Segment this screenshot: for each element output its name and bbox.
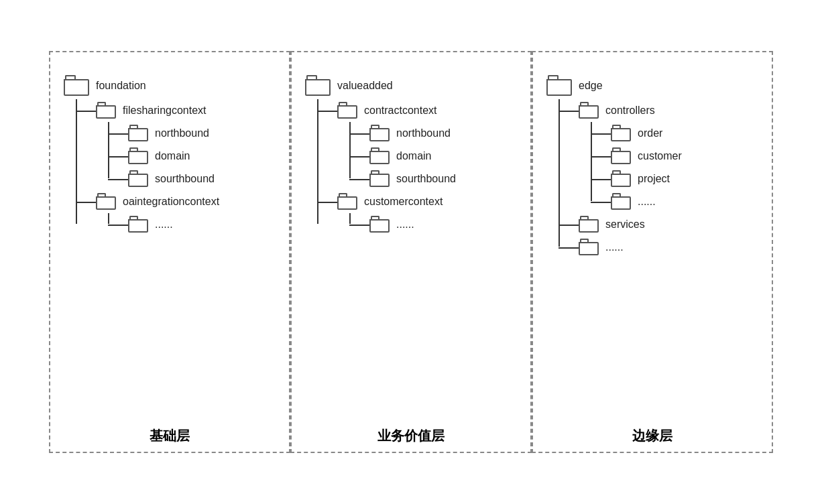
list-item: controllersordercustomerproject...... <box>579 99 682 213</box>
folder-icon <box>611 193 632 210</box>
tree-node: ...... <box>611 190 682 213</box>
list-item: customercontext...... <box>337 190 456 236</box>
folder-icon <box>305 75 332 97</box>
list-item: domain <box>128 145 219 168</box>
folder-icon <box>579 102 600 119</box>
folder-icon <box>546 75 573 97</box>
panel-edge: edgecontrollersordercustomerproject.....… <box>532 51 773 453</box>
folder-icon <box>337 193 359 210</box>
folder-icon <box>369 170 391 188</box>
sub-children-container: ...... <box>108 213 219 236</box>
folder-icon <box>96 102 117 119</box>
node-label: filesharingcontext <box>123 105 207 117</box>
tree-node: ...... <box>579 236 682 259</box>
list-item: sourthbound <box>128 168 219 190</box>
node-label: ...... <box>396 218 414 231</box>
node-label: ...... <box>605 241 624 253</box>
list-item: contractcontextnorthbounddomainsourthbou… <box>337 99 456 190</box>
tree-node: domain <box>369 145 456 168</box>
tree-node: domain <box>128 145 219 168</box>
folder-icon <box>579 216 600 233</box>
node-label: oaintegrationcontext <box>123 196 219 208</box>
list-item: filesharingcontextnorthbounddomainsourth… <box>96 99 219 190</box>
tree-node: northbound <box>128 122 219 145</box>
tree-node: customer <box>611 145 682 168</box>
node-label: customercontext <box>364 196 443 208</box>
node-label: northbound <box>155 127 209 139</box>
tree-node: ...... <box>369 213 456 236</box>
list-item: ...... <box>579 236 682 259</box>
children-container: contractcontextnorthbounddomainsourthbou… <box>317 99 456 236</box>
tree-valueadded: valueaddedcontractcontextnorthbounddomai… <box>305 66 456 420</box>
node-label: contractcontext <box>364 105 437 117</box>
tree-node: services <box>579 213 682 236</box>
diagram-container: foundationfilesharingcontextnorthbounddo… <box>36 38 786 466</box>
tree-foundation: foundationfilesharingcontextnorthbounddo… <box>64 66 219 420</box>
folder-icon <box>611 170 632 188</box>
panel-label-edge: 边缘层 <box>546 427 758 445</box>
node-label: domain <box>396 150 431 162</box>
panel-label-valueadded: 业务价值层 <box>305 427 517 445</box>
tree-node: oaintegrationcontext <box>96 190 219 213</box>
folder-icon <box>611 125 632 142</box>
tree-node: edge <box>546 72 682 99</box>
sub-children-container: ...... <box>349 213 456 236</box>
list-item: northbound <box>369 122 456 145</box>
folder-icon <box>128 147 150 165</box>
tree-node: foundation <box>64 72 219 99</box>
list-item: services <box>579 213 682 236</box>
list-item: ...... <box>369 213 456 236</box>
folder-icon <box>369 147 391 165</box>
list-item: ...... <box>128 213 219 236</box>
list-item: sourthbound <box>369 168 456 190</box>
list-item: northbound <box>128 122 219 145</box>
node-label: domain <box>155 150 190 162</box>
folder-icon <box>579 239 600 256</box>
tree-node: filesharingcontext <box>96 99 219 122</box>
node-label: project <box>638 173 670 185</box>
tree-edge: edgecontrollersordercustomerproject.....… <box>546 66 682 420</box>
node-label: ...... <box>638 196 656 208</box>
node-label: sourthbound <box>396 173 456 185</box>
tree-node: northbound <box>369 122 456 145</box>
node-label: ...... <box>155 218 173 231</box>
node-label: customer <box>638 150 682 162</box>
tree-node: sourthbound <box>128 168 219 190</box>
folder-icon <box>128 170 150 188</box>
node-label: services <box>605 218 645 231</box>
node-label: valueadded <box>337 80 393 92</box>
folder-icon <box>337 102 359 119</box>
list-item: domain <box>369 145 456 168</box>
tree-node: contractcontext <box>337 99 456 122</box>
node-label: foundation <box>96 80 146 92</box>
node-label: order <box>638 127 662 139</box>
folder-icon <box>64 75 91 97</box>
tree-node: customercontext <box>337 190 456 213</box>
list-item: ...... <box>611 190 682 213</box>
children-container: filesharingcontextnorthbounddomainsourth… <box>76 99 219 236</box>
sub-children-container: northbounddomainsourthbound <box>349 122 456 190</box>
tree-node: sourthbound <box>369 168 456 190</box>
panel-foundation: foundationfilesharingcontextnorthbounddo… <box>49 51 290 453</box>
list-item: project <box>611 168 682 190</box>
panel-label-foundation: 基础层 <box>64 427 276 445</box>
folder-icon <box>128 125 150 142</box>
tree-node: ...... <box>128 213 219 236</box>
tree-node: order <box>611 122 682 145</box>
folder-icon <box>128 216 150 233</box>
list-item: oaintegrationcontext...... <box>96 190 219 236</box>
tree-node: controllers <box>579 99 682 122</box>
folder-icon <box>369 125 391 142</box>
node-label: northbound <box>396 127 451 139</box>
panel-valueadded: valueaddedcontractcontextnorthbounddomai… <box>290 51 532 453</box>
folder-icon <box>96 193 117 210</box>
tree-node: valueadded <box>305 72 456 99</box>
sub-children-container: northbounddomainsourthbound <box>108 122 219 190</box>
children-container: controllersordercustomerproject......ser… <box>559 99 682 259</box>
folder-icon <box>611 147 632 165</box>
node-label: controllers <box>605 105 655 117</box>
node-label: edge <box>579 80 603 92</box>
tree-node: project <box>611 168 682 190</box>
list-item: customer <box>611 145 682 168</box>
list-item: order <box>611 122 682 145</box>
